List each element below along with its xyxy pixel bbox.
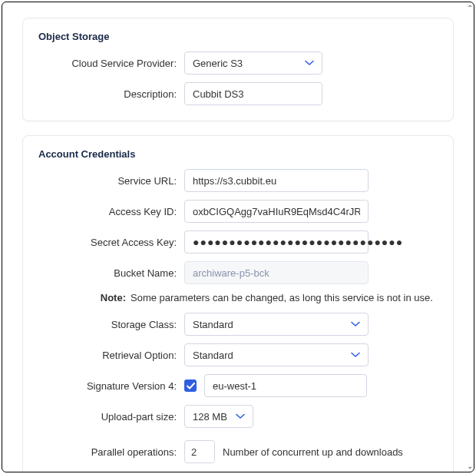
provider-label: Cloud Service Provider: [38, 58, 184, 69]
storage-class-select[interactable]: Standard [184, 313, 369, 336]
provider-select[interactable]: Generic S3 [184, 51, 322, 75]
description-input[interactable] [184, 82, 322, 105]
row-provider: Cloud Service Provider: Generic S3 [38, 51, 438, 75]
note-label: Note: [38, 292, 131, 303]
retrieval-label: Retrieval Option: [38, 350, 184, 361]
sigv4-label: Signature Version 4: [38, 380, 184, 392]
description-label: Description: [38, 88, 184, 100]
row-access-key: Access Key ID: [38, 200, 438, 223]
secret-key-value: ●●●●●●●●●●●●●●●●●●●●●●●●●●●●● [193, 236, 403, 248]
sigv4-region-input[interactable] [204, 374, 367, 397]
upload-part-value: 128 MB [193, 411, 227, 423]
service-url-label: Service URL: [38, 175, 184, 187]
chevron-down-icon [351, 321, 360, 327]
chevron-down-icon [236, 413, 245, 419]
row-parallel: Parallel operations: Number of concurren… [38, 440, 438, 463]
row-sigv4: Signature Version 4: [38, 374, 438, 397]
chevron-down-icon [351, 352, 360, 358]
retrieval-select[interactable]: Standard [184, 343, 369, 366]
row-description: Description: [38, 82, 438, 105]
parallel-input[interactable] [184, 440, 215, 463]
upload-part-select[interactable]: 128 MB [184, 405, 253, 428]
bucket-label: Bucket Name: [38, 267, 184, 279]
account-title: Account Credentials [38, 148, 438, 160]
dialog-content: Object Storage Cloud Service Provider: G… [2, 2, 474, 472]
service-url-input[interactable] [184, 169, 369, 192]
bucket-value: archiware-p5-bck [193, 267, 269, 279]
row-bucket: Bucket Name: archiware-p5-bck [38, 261, 438, 284]
row-note: Note: Some parameters can be changed, as… [38, 292, 438, 303]
chevron-down-icon [305, 60, 314, 66]
dialog-container: ⌃ ⌄ Object Storage Cloud Service Provide… [2, 2, 474, 472]
upload-part-label: Upload-part size: [38, 411, 184, 423]
storage-class-label: Storage Class: [38, 319, 184, 330]
bucket-input: archiware-p5-bck [184, 261, 369, 284]
row-service-url: Service URL: [38, 169, 438, 192]
row-storage-class: Storage Class: Standard [38, 313, 438, 336]
secret-key-input[interactable]: ●●●●●●●●●●●●●●●●●●●●●●●●●●●●● [184, 230, 369, 254]
row-secret-key: Secret Access Key: ●●●●●●●●●●●●●●●●●●●●●… [38, 230, 438, 254]
scroll-up-icon[interactable]: ⌃ [467, 4, 473, 12]
section-account-credentials: Account Credentials Service URL: Access … [22, 135, 454, 472]
retrieval-value: Standard [193, 350, 233, 361]
secret-key-label: Secret Access Key: [38, 237, 184, 248]
scroll-down-icon[interactable]: ⌄ [467, 462, 473, 470]
parallel-label: Parallel operations: [38, 446, 184, 458]
section-object-storage: Object Storage Cloud Service Provider: G… [22, 18, 454, 121]
provider-value: Generic S3 [193, 58, 243, 69]
access-key-label: Access Key ID: [38, 206, 184, 217]
access-key-input[interactable] [184, 200, 369, 223]
row-retrieval: Retrieval Option: Standard [38, 343, 438, 366]
sigv4-checkbox[interactable] [184, 380, 197, 392]
note-text: Some parameters can be changed, as long … [131, 292, 433, 303]
object-storage-title: Object Storage [38, 31, 438, 42]
row-upload-part: Upload-part size: 128 MB [38, 405, 438, 428]
parallel-hint: Number of concurrent up and downloads [223, 446, 403, 458]
storage-class-value: Standard [193, 319, 233, 330]
